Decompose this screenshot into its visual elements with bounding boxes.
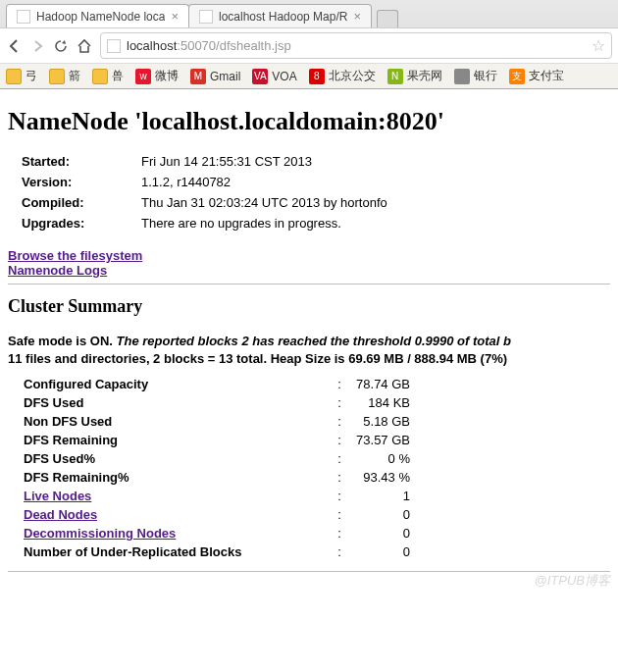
bookmark-8[interactable]: 银行 (454, 68, 497, 84)
bookmark-label: 北京公交 (329, 68, 376, 84)
bookmark-icon: N (387, 69, 403, 84)
bookmark-icon: w (135, 69, 151, 84)
page-content: NameNode 'localhost.localdomain:8020' St… (0, 89, 618, 594)
info-row: Upgrades:There are no upgrades in progre… (22, 214, 387, 233)
bookmark-icon: M (190, 69, 206, 84)
bookmark-0[interactable]: 弓 (6, 68, 37, 84)
info-label: Started: (22, 152, 139, 171)
row-value: 93.43 % (345, 468, 424, 487)
bookmark-label: 银行 (474, 68, 497, 84)
back-button[interactable] (6, 37, 24, 55)
bookmark-label: 支付宝 (529, 68, 564, 84)
table-row: DFS Remaining:73.57 GB (20, 431, 424, 449)
info-value: 1.1.2, r1440782 (141, 173, 387, 191)
table-row: Non DFS Used:5.18 GB (20, 412, 424, 431)
tab-0[interactable]: Hadoop NameNode loca × (6, 4, 189, 27)
new-tab-button[interactable] (377, 10, 398, 27)
bookmark-icon: 8 (309, 69, 325, 84)
row-value: 78.74 GB (345, 375, 424, 393)
row-label[interactable]: Live Nodes (20, 487, 334, 505)
reload-button[interactable] (53, 38, 69, 54)
browse-filesystem-link[interactable]: Browse the filesystem (8, 248, 142, 263)
info-row: Version:1.1.2, r1440782 (22, 173, 387, 191)
row-value: 0 (345, 505, 424, 524)
row-label: DFS Remaining% (20, 468, 334, 487)
tab-title: Hadoop NameNode loca (36, 10, 165, 24)
row-value: 0 % (345, 449, 424, 468)
bookmark-label: Gmail (210, 70, 240, 83)
row-label: DFS Used (20, 393, 334, 412)
url-text: localhost:50070/dfshealth.jsp (127, 38, 291, 53)
address-bar[interactable]: localhost:50070/dfshealth.jsp ☆ (100, 32, 612, 59)
row-value: 184 KB (345, 393, 424, 412)
info-value: Thu Jan 31 02:03:24 UTC 2013 by hortonfo (141, 193, 387, 212)
tab-1[interactable]: localhost Hadoop Map/R × (188, 4, 372, 27)
bookmark-7[interactable]: N果壳网 (387, 68, 442, 84)
row-colon: : (334, 543, 345, 561)
row-value: 0 (345, 543, 424, 561)
bookmark-icon (49, 69, 65, 84)
table-row: Number of Under-Replicated Blocks:0 (20, 543, 424, 561)
home-button[interactable] (77, 38, 92, 54)
bookmark-label: 微博 (155, 68, 179, 84)
row-link[interactable]: Dead Nodes (24, 507, 97, 522)
info-label: Version: (22, 173, 139, 191)
row-colon: : (334, 468, 345, 487)
table-row: Live Nodes:1 (20, 487, 424, 505)
divider (8, 571, 610, 572)
close-icon[interactable]: × (171, 9, 179, 24)
table-row: Configured Capacity:78.74 GB (20, 375, 424, 393)
row-value: 0 (345, 524, 424, 543)
row-value: 5.18 GB (345, 412, 424, 431)
page-icon (17, 10, 30, 24)
bookmark-label: 箭 (69, 68, 80, 84)
bookmark-9[interactable]: 支支付宝 (509, 68, 564, 84)
links-block: Browse the filesystem Namenode Logs (8, 248, 610, 278)
row-colon: : (334, 487, 345, 505)
info-value: There are no upgrades in progress. (141, 214, 387, 233)
bookmark-4[interactable]: MGmail (190, 69, 240, 84)
bookmark-star-icon[interactable]: ☆ (592, 36, 605, 55)
row-label: DFS Remaining (20, 431, 334, 449)
bookmark-label: VOA (272, 70, 296, 83)
bookmark-icon: VA (252, 69, 268, 84)
browser-chrome: Hadoop NameNode loca × localhost Hadoop … (0, 0, 618, 89)
bookmark-bar: 弓箭兽w微博MGmailVAVOA8北京公交N果壳网银行支支付宝 (0, 63, 618, 88)
watermark: @ITPUB博客 (535, 572, 610, 590)
page-icon (199, 10, 213, 24)
bookmark-5[interactable]: VAVOA (252, 69, 296, 84)
bookmark-label: 弓 (26, 68, 37, 84)
bookmark-1[interactable]: 箭 (49, 68, 80, 84)
summary-text: Safe mode is ON. The reported blocks 2 h… (8, 333, 610, 367)
bookmark-3[interactable]: w微博 (135, 68, 179, 84)
info-label: Upgrades: (22, 214, 139, 233)
cluster-table: Configured Capacity:78.74 GBDFS Used:184… (20, 375, 424, 561)
tab-title: localhost Hadoop Map/R (219, 10, 347, 24)
info-label: Compiled: (22, 193, 139, 212)
info-row: Started:Fri Jun 14 21:55:31 CST 2013 (22, 152, 387, 171)
bookmark-label: 果壳网 (407, 68, 442, 84)
table-row: Dead Nodes:0 (20, 505, 424, 524)
forward-button[interactable] (31, 39, 45, 53)
bookmark-6[interactable]: 8北京公交 (309, 68, 376, 84)
bookmark-label: 兽 (112, 68, 124, 84)
bookmark-2[interactable]: 兽 (92, 68, 124, 84)
row-label: Non DFS Used (20, 412, 334, 431)
table-row: DFS Used%:0 % (20, 449, 424, 468)
table-row: DFS Remaining%:93.43 % (20, 468, 424, 487)
namenode-logs-link[interactable]: Namenode Logs (8, 263, 107, 278)
row-label: Configured Capacity (20, 375, 334, 393)
close-icon[interactable]: × (353, 9, 361, 24)
row-label: DFS Used% (20, 449, 334, 468)
row-label[interactable]: Decommissioning Nodes (20, 524, 334, 543)
row-link[interactable]: Live Nodes (24, 489, 91, 503)
row-colon: : (334, 393, 345, 412)
row-colon: : (334, 375, 345, 393)
row-colon: : (334, 412, 345, 431)
row-link[interactable]: Decommissioning Nodes (24, 526, 176, 541)
row-value: 1 (345, 487, 424, 505)
divider (8, 284, 610, 284)
row-label[interactable]: Dead Nodes (20, 505, 334, 524)
bookmark-icon (92, 69, 108, 84)
row-colon: : (334, 431, 345, 449)
